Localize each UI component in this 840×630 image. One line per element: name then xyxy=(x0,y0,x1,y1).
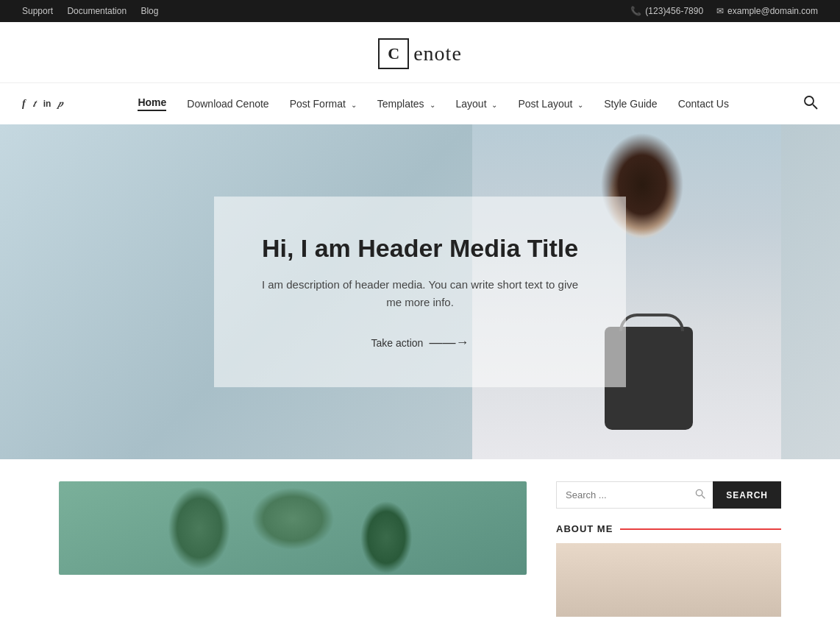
nav-link-post-format[interactable]: Post Format ⌄ xyxy=(280,85,367,123)
about-me-header: ABOUT ME xyxy=(556,523,781,534)
logo-section: C enote xyxy=(0,22,840,82)
nav-item-download[interactable]: Download Cenote xyxy=(177,85,279,123)
search-widget: SEARCH xyxy=(556,481,781,509)
search-icon xyxy=(695,489,705,502)
topbar-blog-link[interactable]: Blog xyxy=(140,6,158,16)
topbar-nav: Support Documentation Blog xyxy=(22,6,170,16)
about-me-avatar xyxy=(556,543,781,617)
phone-icon: 📞 xyxy=(630,6,641,16)
hero-description: I am description of header media. You ca… xyxy=(258,276,582,311)
hero-card: Hi, I am Header Media Title I am descrip… xyxy=(214,197,626,388)
nav-link-layout[interactable]: Layout ⌄ xyxy=(446,85,508,123)
search-icon[interactable] xyxy=(803,95,818,113)
logo[interactable]: C enote xyxy=(378,38,462,69)
hero-section: Hi, I am Header Media Title I am descrip… xyxy=(0,124,840,459)
about-me-title: ABOUT ME xyxy=(556,523,613,534)
nav-item-layout[interactable]: Layout ⌄ xyxy=(446,85,508,123)
nav-link-contact[interactable]: Contact Us xyxy=(668,85,739,123)
logo-letter: C xyxy=(378,38,409,69)
nav-link-download[interactable]: Download Cenote xyxy=(177,85,279,123)
svg-point-2 xyxy=(697,489,702,495)
about-me-line xyxy=(620,528,781,530)
blog-post-image xyxy=(59,481,527,575)
svg-point-0 xyxy=(805,96,814,105)
nav-item-templates[interactable]: Templates ⌄ xyxy=(367,85,446,123)
lower-section: SEARCH ABOUT ME xyxy=(0,459,840,617)
nav-item-post-format[interactable]: Post Format ⌄ xyxy=(280,85,367,123)
social-icons: f 𝒕 in 𝒑 xyxy=(22,98,63,110)
logo-name: enote xyxy=(413,42,462,66)
hero-title: Hi, I am Header Media Title xyxy=(258,233,582,263)
plant-image xyxy=(59,481,527,575)
topbar-support-link[interactable]: Support xyxy=(22,6,53,16)
chevron-down-icon: ⌄ xyxy=(351,101,357,109)
twitter-icon[interactable]: 𝒕 xyxy=(33,98,36,110)
navigation: f 𝒕 in 𝒑 Home Download Cenote Post Forma… xyxy=(0,82,840,124)
facebook-icon[interactable]: f xyxy=(22,98,26,110)
topbar-contact: 📞 (123)456-7890 ✉ example@domain.com xyxy=(630,6,818,16)
nav-link-post-layout[interactable]: Post Layout ⌄ xyxy=(508,85,594,123)
topbar: Support Documentation Blog 📞 (123)456-78… xyxy=(0,0,840,22)
nav-item-style-guide[interactable]: Style Guide xyxy=(594,85,667,123)
pinterest-icon[interactable]: 𝒑 xyxy=(58,98,63,110)
search-button[interactable]: SEARCH xyxy=(713,481,781,509)
chevron-down-icon: ⌄ xyxy=(430,101,435,109)
search-input[interactable] xyxy=(557,482,713,508)
hero-cta-label: Take action xyxy=(371,337,424,349)
search-input-wrapper xyxy=(556,481,713,509)
chevron-down-icon: ⌄ xyxy=(491,101,497,109)
nav-item-contact[interactable]: Contact Us xyxy=(668,85,739,123)
hero-cta-button[interactable]: Take action ——→ xyxy=(371,335,469,350)
email-icon: ✉ xyxy=(716,6,724,16)
nav-link-templates[interactable]: Templates ⌄ xyxy=(367,85,446,123)
topbar-email: ✉ example@domain.com xyxy=(716,6,818,16)
nav-item-post-layout[interactable]: Post Layout ⌄ xyxy=(508,85,594,123)
nav-item-home[interactable]: Home xyxy=(127,83,177,124)
topbar-phone: 📞 (123)456-7890 xyxy=(630,6,703,16)
hero-cta-arrow: ——→ xyxy=(429,335,469,350)
nav-link-home[interactable]: Home xyxy=(127,83,177,124)
topbar-documentation-link[interactable]: Documentation xyxy=(67,6,127,16)
svg-line-3 xyxy=(702,495,705,498)
svg-line-1 xyxy=(813,105,817,109)
sidebar: SEARCH ABOUT ME xyxy=(556,481,781,617)
nav-menu: Home Download Cenote Post Format ⌄ Templ… xyxy=(127,83,738,124)
linkedin-icon[interactable]: in xyxy=(43,99,51,109)
nav-link-style-guide[interactable]: Style Guide xyxy=(594,85,667,123)
chevron-down-icon: ⌄ xyxy=(577,101,583,109)
